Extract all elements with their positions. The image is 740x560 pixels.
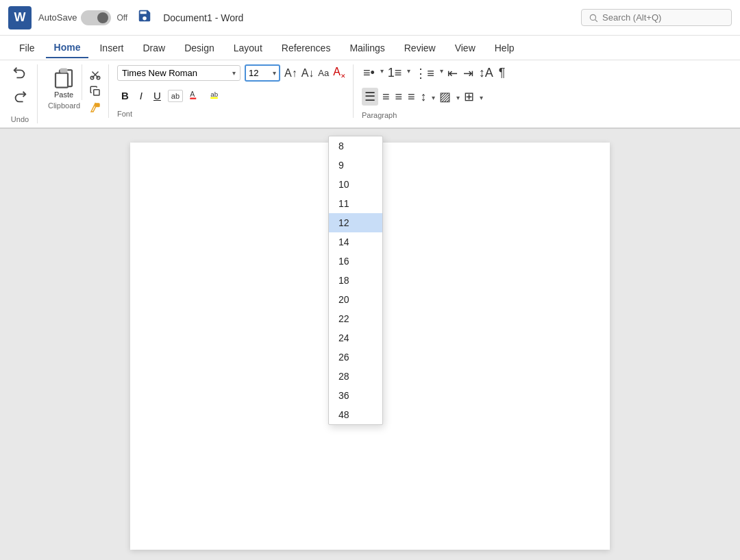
font-size-option-28[interactable]: 28 [329,367,382,386]
paragraph-row1: ≡• ▾ 1≡ ▾ ⋮≡ ▾ ⇤ ⇥ ↕A ¶ [362,64,507,82]
font-group-label: Font [117,110,132,118]
highlight-icon: ab [209,88,221,101]
clipboard-small-buttons [85,67,101,118]
svg-point-0 [590,14,595,20]
search-input[interactable] [602,12,712,23]
shading-button[interactable]: ▨ [438,88,452,106]
font-size-option-48[interactable]: 48 [329,405,382,424]
menu-references[interactable]: References [273,38,339,58]
font-size-dropdown-trigger[interactable]: 12 ▾ [245,64,280,82]
sort-button[interactable]: ↕A [478,64,495,82]
font-size-option-26[interactable]: 26 [329,348,382,367]
copy-button[interactable] [89,85,101,100]
font-size-option-12[interactable]: 12 [329,213,382,232]
bullets-caret[interactable]: ▾ [380,67,384,82]
font-size-option-16[interactable]: 16 [329,252,382,271]
clipboard-label: Clipboard [48,101,80,110]
autosave-label: AutoSave [38,12,77,23]
autosave-toggle-circle [97,12,108,23]
indent-increase-button[interactable]: ⇥ [462,64,475,82]
font-name-value: Times New Roman [122,68,197,78]
line-spacing-button[interactable]: ↕ [419,88,428,106]
font-grow-button[interactable]: A↑ [284,67,297,80]
font-color-icon: A [188,88,201,101]
font-size-option-14[interactable]: 14 [329,232,382,252]
cut-button[interactable] [89,69,101,84]
svg-rect-10 [95,104,99,107]
highlight-color-button[interactable]: ab [206,87,224,104]
multilevel-caret[interactable]: ▾ [440,67,443,82]
indent-decrease-button[interactable]: ⇤ [446,64,459,82]
clear-formatting-button[interactable]: A✕ [333,66,346,80]
font-size-value: 12 [249,68,258,78]
word-logo: W [8,6,32,29]
align-right-button[interactable]: ≡ [393,88,404,106]
autosave-off-label: Off [116,13,127,23]
undo-group: Undo [7,64,38,123]
doc-title: Document1 - Word [163,12,243,23]
show-marks-button[interactable]: ¶ [497,64,507,82]
shading-caret[interactable]: ▾ [456,94,460,101]
font-name-dropdown[interactable]: Times New Roman ▾ [117,65,241,81]
font-size-option-18[interactable]: 18 [329,271,382,290]
menu-home[interactable]: Home [46,38,89,58]
font-shrink-button[interactable]: A↓ [301,67,314,80]
paragraph-group: ≡• ▾ 1≡ ▾ ⋮≡ ▾ ⇤ ⇥ ↕A ¶ ☰ ≡ ≡ ≡ ↕ [359,64,523,119]
menu-view[interactable]: View [447,38,484,58]
justify-button[interactable]: ≡ [406,88,417,106]
svg-rect-14 [210,97,218,99]
svg-line-1 [595,19,597,21]
multilevel-button[interactable]: ⋮≡ [413,64,436,82]
borders-caret[interactable]: ▾ [480,94,483,101]
autosave-toggle[interactable] [81,10,111,25]
align-left-button[interactable]: ☰ [362,88,378,106]
numbering-caret[interactable]: ▾ [407,67,410,82]
align-center-button[interactable]: ≡ [381,88,391,106]
format-painter-button[interactable] [89,101,101,117]
strikethrough-button[interactable]: ab [168,90,183,102]
menu-mailings[interactable]: Mailings [341,38,393,58]
svg-text:ab: ab [210,90,218,98]
underline-button[interactable]: U [149,88,165,104]
search-icon [589,13,598,23]
menu-insert[interactable]: Insert [91,38,132,58]
menu-help[interactable]: Help [486,38,523,58]
autosave-area: AutoSave Off [38,10,127,25]
font-size-option-10[interactable]: 10 [329,175,382,194]
paste-button[interactable]: Paste [46,64,82,100]
font-group: Times New Roman ▾ 12 ▾ A↑ A↓ Aa A✕ B I U… [114,64,354,118]
paste-icon [51,66,76,90]
bullets-button[interactable]: ≡• [362,64,376,82]
paste-label: Paste [54,90,73,99]
font-size-option-36[interactable]: 36 [329,386,382,405]
clipboard-group: Paste Clipboard [43,64,109,118]
menu-file[interactable]: File [11,38,43,58]
font-size-option-9[interactable]: 9 [329,156,382,175]
font-color-button[interactable]: A [186,87,204,104]
search-box[interactable] [581,9,732,26]
save-icon-button[interactable] [137,8,152,27]
font-size-option-22[interactable]: 22 [329,309,382,328]
menu-design[interactable]: Design [176,38,223,58]
font-size-option-20[interactable]: 20 [329,290,382,309]
numbering-button[interactable]: 1≡ [386,64,404,82]
font-name-caret: ▾ [232,69,236,77]
menu-layout[interactable]: Layout [225,38,271,58]
paragraph-row2: ☰ ≡ ≡ ≡ ↕ ▾ ▨ ▾ ⊞ ▾ [362,88,484,106]
svg-rect-12 [190,98,196,99]
font-size-option-11[interactable]: 11 [329,194,382,213]
line-spacing-caret[interactable]: ▾ [432,94,435,101]
font-size-option-8[interactable]: 8 [329,136,382,156]
redo-button[interactable] [10,88,30,110]
menu-review[interactable]: Review [396,38,444,58]
font-size-caret: ▾ [273,69,276,77]
undo-button[interactable] [10,64,30,86]
menu-draw[interactable]: Draw [134,38,173,58]
undo-group-label: Undo [11,115,29,123]
change-case-button[interactable]: Aa [318,68,329,78]
italic-button[interactable]: I [136,88,147,104]
bold-button[interactable]: B [117,88,133,104]
font-size-option-24[interactable]: 24 [329,328,382,348]
borders-button[interactable]: ⊞ [463,88,476,106]
svg-text:A: A [190,90,195,98]
